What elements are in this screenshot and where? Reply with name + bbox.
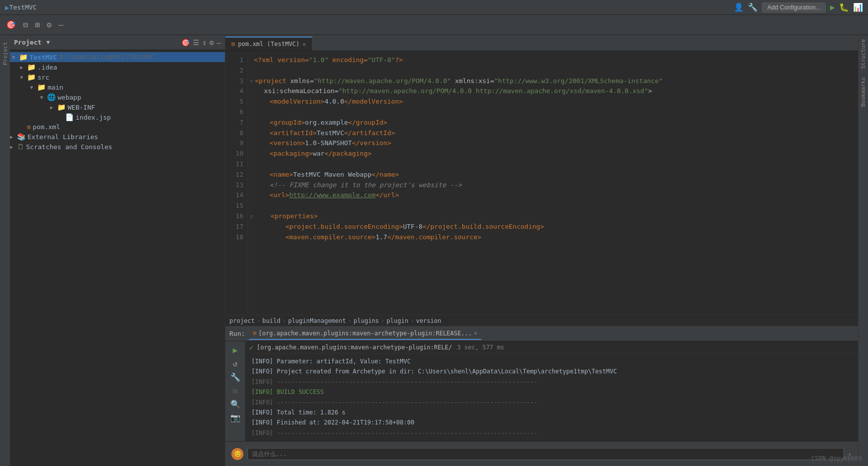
code-line-12: <name>TestMVC Maven Webapp</name> [254,170,852,180]
settings-icon[interactable]: 🔧 [748,3,758,12]
fold-icon-2[interactable]: ▽ [250,214,253,219]
tree-label: WEB-INF [68,104,95,111]
tree-label: Scratches and Consoles [26,143,112,151]
run-tab[interactable]: m [org.apache.maven.plugins:maven-archet… [249,328,481,340]
folder-icon: 📁 [37,83,46,91]
breadcrumb-sep: › [410,317,414,324]
tab-close-icon[interactable]: ✕ [303,41,306,48]
collapse-panel-icon[interactable]: ☰ [193,39,199,47]
structure-label[interactable]: Structure [859,35,867,73]
run-icon[interactable]: ▶ [830,3,835,12]
code-line-7: <groupId>org.example</groupId> [254,118,852,128]
webinf-folder-icon: 📁 [57,103,66,111]
run-label: Run: [229,330,245,337]
breadcrumb-item[interactable]: pluginManagement [288,317,346,324]
breadcrumb-item[interactable]: plugins [354,317,379,324]
panel-title: Project [14,39,42,46]
debug-icon[interactable]: 🐛 [839,3,849,12]
pom-m-icon: m [27,124,31,131]
run-play-icon[interactable]: ▶ [233,345,238,355]
rerun-icon[interactable]: ↺ [233,359,238,368]
code-line-18: <maven.compiler.source>1.7</maven.compil… [254,232,852,243]
tree-item-pomxml[interactable]: ▶ m pom.xml [10,122,225,132]
project-tab-label[interactable]: Project [1,39,10,68]
tree-label: .idea [38,64,57,71]
tree-item-main[interactable]: ▼ 📁 main [10,82,225,92]
code-line-8: <artifactId>TestMVC</artifactId> [254,128,852,139]
profile-icon[interactable]: 📊 [853,3,863,12]
expand-panel-icon[interactable]: ↕ [202,39,206,47]
idea-folder-icon: 📁 [27,63,36,71]
line-numbers: 1 2 3 4 5 6 7 8 9 10 11 12 13 14 15 16 1… [225,51,248,315]
code-line-13: <!-- FIXME change it to the project's we… [254,180,852,191]
expand-icon[interactable]: ⊞ [33,19,42,31]
project-panel-header: Project ▼ 🎯 ☰ ↕ ⚙ — [10,35,225,50]
code-line-11 [254,159,852,170]
tree-label: TestMVC [30,54,57,61]
check-circle-icon: ✓ [249,343,253,351]
tree-label: index.jsp [76,114,111,121]
watermark: CSDN @zpy66669 [811,455,862,462]
breadcrumb-item[interactable]: project [229,317,255,324]
tree-arrow: ▶ [10,144,16,150]
breadcrumb-sep: › [257,317,260,324]
editor-tab-pomxml[interactable]: m pom.xml (TestMVC) ✕ [225,37,313,51]
code-line-6 [254,107,852,118]
tree-label: main [48,84,63,91]
editor-area: m pom.xml (TestMVC) ✕ 1 2 3 4 5 6 7 8 9 … [225,35,858,466]
tree-item-external-libs[interactable]: ▶ 📚 External Libraries [10,132,225,142]
gear-icon[interactable]: ⚙ [45,19,54,31]
run-tab-close[interactable]: ✕ [474,330,477,336]
close-panel-icon[interactable]: — [217,39,221,47]
tree-item-scratches[interactable]: ▶ 🗒 Scratches and Consoles [10,142,225,152]
run-panel-header: ✓ [org.apache.maven.plugins:maven-archet… [245,341,858,353]
locate-panel-icon[interactable]: 🎯 [181,39,190,47]
breadcrumb-item[interactable]: plugin [387,317,408,324]
tree-item-webinf[interactable]: ▶ 📁 WEB-INF [10,102,225,112]
tree-label: External Libraries [28,133,98,141]
tree-item-src[interactable]: ▼ 📁 src [10,72,225,82]
console-output: [INFO] Parameter: artifactId, Value: Tes… [245,353,858,441]
breadcrumb-sep: › [282,317,286,324]
tree-item-indexjsp[interactable]: ▶ 📄 index.jsp [10,112,225,122]
src-folder-icon: 📁 [27,73,36,81]
tree-item-idea[interactable]: ▶ 📁 .idea [10,62,225,72]
chat-input[interactable] [247,448,844,460]
title-bar-right: 👤 🔧 Add Configuration... ▶ 🐛 📊 [734,3,863,13]
tree-arrow: ▼ [20,75,26,80]
console-line: [INFO] ---------------------------------… [251,397,852,407]
collapse-icon[interactable]: ⊟ [21,19,30,31]
add-config-button[interactable]: Add Configuration... [762,3,826,13]
camera-icon[interactable]: 📷 [230,413,240,422]
project-dropdown-icon[interactable]: ▼ [47,39,50,46]
breadcrumb-item[interactable]: build [262,317,280,324]
close-icon[interactable]: — [57,19,66,31]
settings-panel-icon[interactable]: ⚙ [209,39,213,47]
tree-arrow: ▶ [50,105,56,110]
code-line-15 [254,201,852,211]
breadcrumb-item[interactable]: version [416,317,441,324]
code-line-2 [254,66,852,76]
run-title[interactable]: [org.apache.maven.plugins:maven-archetyp… [256,344,452,351]
code-editor[interactable]: 1 2 3 4 5 6 7 8 9 10 11 12 13 14 15 16 1… [225,51,858,315]
code-line-4: xsi:schemaLocation="http://maven.apache.… [254,86,852,97]
breadcrumb: project › build › pluginManagement › plu… [225,315,858,326]
tree-item-testmvc[interactable]: ▼ 📁 TestMVC D:\code\SpringMVC1\TestMVC [10,52,225,62]
code-content[interactable]: <?xml version="1.0" encoding="UTF-8"?> ▽… [248,51,858,315]
app-icon: ▶ [5,4,9,12]
code-line-10: <packaging>war</packaging> [254,149,852,159]
tree-arrow: ▶ [20,65,26,70]
locate-icon[interactable]: 🎯 [4,19,18,31]
stop-icon[interactable]: ■ [233,386,238,395]
bottom-left-strip: ▶ ↺ 🔧 ■ 🔍 📷 [225,341,245,441]
bookmarks-label[interactable]: Bookmarks [859,73,867,111]
side-left-tabs: Project [0,35,10,466]
console-line: [INFO] ---------------------------------… [251,428,852,438]
tree-item-webapp[interactable]: ▼ 🌐 webapp [10,92,225,102]
webapp-folder-icon: 🌐 [47,93,56,101]
user-icon[interactable]: 👤 [734,3,744,12]
bottom-panel: Run: m [org.apache.maven.plugins:maven-a… [225,326,858,466]
wrench-icon[interactable]: 🔧 [230,372,240,382]
browse-icon[interactable]: 🔍 [230,399,240,409]
fold-icon[interactable]: ▽ [250,79,253,84]
